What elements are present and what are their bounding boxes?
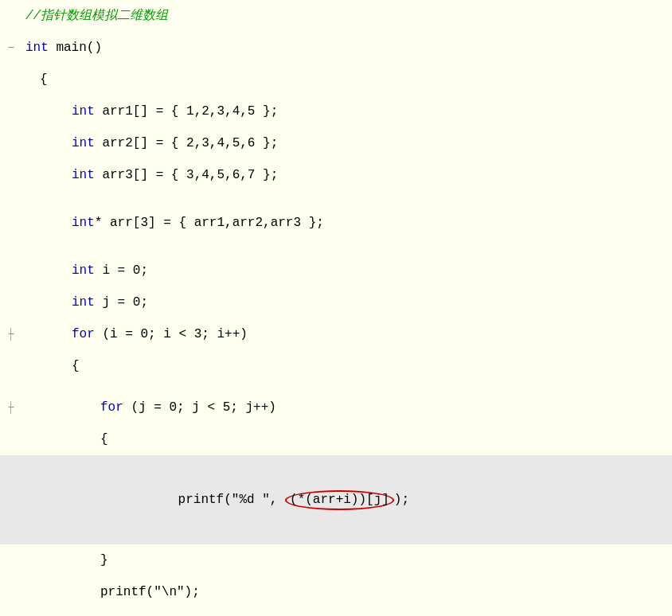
code-line-4: int arr1[] = { 1,2,3,4,5 }; — [68, 97, 672, 126]
code-line-5: int arr2[] = { 2,3,4,5,6 }; — [68, 129, 672, 158]
kw-for-12: for — [72, 327, 95, 341]
line-for-i: − for (i = 0; i < 3; i++) — [0, 318, 672, 350]
line-printf-newline: printf("\n"); — [0, 576, 672, 608]
line-int-i: int i = 0; — [0, 255, 672, 287]
kw-int-5: int — [72, 136, 95, 150]
code-line-2: int main() — [22, 33, 672, 62]
kw-int-6: int — [72, 168, 95, 182]
line-arr3: int arr3[] = { 3,4,5,6,7 }; — [0, 159, 672, 191]
code-line-13: { — [68, 352, 672, 380]
highlighted-expression: (*(arr+i))[j] — [285, 490, 394, 510]
line-close-brace-for-j: } — [0, 544, 672, 576]
collapse-for-j-icon[interactable]: − — [8, 401, 14, 414]
code-line-8: int* arr[3] = { arr1,arr2,arr3 }; — [68, 209, 672, 237]
line-int-j: int j = 0; — [0, 287, 672, 318]
code-line-17: printf("%d ", (*(arr+i))[j]); — [129, 457, 672, 543]
gutter-15[interactable]: − — [0, 401, 22, 414]
line-printf: printf("%d ", (*(arr+i))[j]); — [0, 455, 672, 544]
kw-for-15: for — [100, 400, 123, 415]
line-for-j: − for (j = 0; j < 5; j++) — [0, 392, 672, 423]
kw-int-11: int — [72, 295, 95, 310]
comment-text: //指针数组模拟二维数组 — [25, 9, 168, 23]
kw-int-4: int — [72, 104, 95, 119]
collapse-main-icon[interactable]: − — [8, 41, 14, 54]
line-open-brace-main: { — [0, 64, 672, 96]
code-line-16: { — [97, 425, 672, 454]
gutter-12[interactable]: − — [0, 328, 22, 341]
collapse-for-i-icon[interactable]: − — [8, 328, 14, 341]
line-blank-14 — [0, 382, 672, 392]
gutter-2[interactable]: − — [0, 41, 22, 54]
line-comment: //指针数组模拟二维数组 — [0, 0, 672, 32]
code-line-6: int arr3[] = { 3,4,5,6,7 }; — [68, 161, 672, 189]
kw-int-10: int — [72, 263, 95, 278]
line-main: − int main() — [0, 32, 672, 64]
line-open-brace-for-j: { — [0, 423, 672, 455]
code-container: //指针数组模拟二维数组 − int main() { int arr1[] =… — [0, 0, 672, 616]
line-blank-7 — [0, 191, 672, 207]
code-line-19: printf("\n"); — [97, 578, 672, 606]
code-line-1: //指针数组模拟二维数组 — [22, 2, 672, 30]
code-line-18: } — [97, 546, 672, 575]
line-arr1: int arr1[] = { 1,2,3,4,5 }; — [0, 96, 672, 127]
line-open-brace-for-i: { — [0, 350, 672, 382]
code-line-15: for (j = 0; j < 5; j++) — [97, 393, 672, 422]
code-line-10: int i = 0; — [68, 256, 672, 285]
code-line-3: { — [37, 65, 672, 94]
line-blank-9 — [0, 239, 672, 255]
code-line-11: int j = 0; — [68, 288, 672, 317]
keyword-int: int — [25, 41, 49, 55]
kw-int-8: int — [72, 216, 95, 230]
code-line-12: for (i = 0; i < 3; i++) — [68, 320, 672, 349]
printf-text: printf("%d ", — [178, 493, 285, 507]
line-arr-ptr: int* arr[3] = { arr1,arr2,arr3 }; — [0, 207, 672, 239]
code-line-20: } — [68, 610, 672, 616]
line-arr2: int arr2[] = { 2,3,4,5,6 }; — [0, 127, 672, 159]
line-close-brace-for-i: } — [0, 608, 672, 616]
